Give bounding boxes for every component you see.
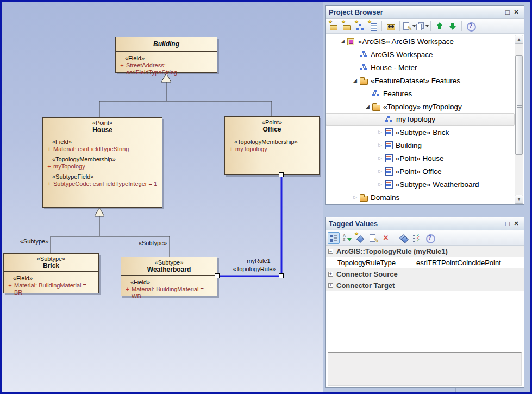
connector-endpoint-handle[interactable] xyxy=(215,273,220,278)
tag-name: TopologyRuleType xyxy=(326,259,412,267)
collapsed-arrow-icon[interactable]: ▷ xyxy=(351,195,359,200)
attribute-text: Material: esriFieldTypeString xyxy=(53,146,129,153)
collapsed-arrow-icon[interactable]: ▷ xyxy=(376,129,384,135)
attribute-group: «Field»+Material: BuildingMaterial = WB xyxy=(123,279,215,300)
toolbar-separator xyxy=(461,21,462,31)
expand-box-icon[interactable]: + xyxy=(328,272,333,277)
tree-item-features[interactable]: Features xyxy=(326,87,515,100)
new-element-button[interactable] xyxy=(367,20,379,32)
panel-title: Tagged Values xyxy=(329,220,503,228)
help-button[interactable] xyxy=(465,20,477,32)
attribute-line: +Material: esriFieldTypeString xyxy=(45,146,160,153)
tag-group-arcgis-topologyrule-myrule1[interactable]: −ArcGIS::TopologyRule (myRule1) xyxy=(326,246,524,257)
sort-az-button[interactable] xyxy=(341,232,353,244)
class-title: Building xyxy=(116,37,217,52)
tree-item-building[interactable]: ▷Building xyxy=(326,139,515,152)
class-box-building[interactable]: Building«Field»+StreetAddress: esriField… xyxy=(115,37,217,73)
attribute-stereotype: «Field» xyxy=(45,139,160,146)
collapsed-arrow-icon[interactable]: ▷ xyxy=(376,168,384,174)
tag-group-connector-source[interactable]: +Connector Source xyxy=(326,268,524,280)
attribute-group: «TopologyMembership»+myTopology xyxy=(227,139,317,153)
tree-item-point-house[interactable]: ▷«Point» House xyxy=(326,152,515,165)
tag-row-topologyruletype[interactable]: TopologyRuleTypeesriTRTPointCoincidePoin… xyxy=(326,257,524,268)
attribute-line: +Material: BuildingMaterial = BR xyxy=(6,282,96,296)
tree-item-subtype-weatherboard[interactable]: ▷«Subtype» Weatherboard xyxy=(326,178,515,191)
move-up-button[interactable] xyxy=(434,20,446,32)
class-box-office[interactable]: «Point»Office«TopologyMembership»+myTopo… xyxy=(224,116,320,175)
expanded-arrow-icon[interactable]: ◢ xyxy=(339,39,347,44)
tree-item-label: Building xyxy=(393,141,422,149)
collapsed-arrow-icon[interactable]: ▷ xyxy=(376,142,384,148)
move-down-icon xyxy=(448,22,457,30)
collapse-box-icon[interactable]: − xyxy=(328,249,333,254)
class-stereotype: «Subtype» xyxy=(155,259,184,266)
expand-box-icon[interactable]: + xyxy=(328,283,333,288)
checklist-button[interactable] xyxy=(411,232,423,244)
tree-item-arcgis-workspace[interactable]: ArcGIS Workspace xyxy=(326,48,515,61)
connector-bend-handle[interactable] xyxy=(279,273,284,278)
tagged-values-grid: −ArcGIS::TopologyRule (myRule1)TopologyR… xyxy=(326,246,524,387)
class-box-brick[interactable]: «Subtype»Brick«Field»+Material: Building… xyxy=(3,253,99,293)
new-diagram-button[interactable] xyxy=(354,20,366,32)
dropdown-caret-icon[interactable] xyxy=(425,25,429,27)
expanded-arrow-icon[interactable]: ◢ xyxy=(351,78,359,83)
tag-group-connector-target[interactable]: +Connector Target xyxy=(326,280,524,291)
class-title: «Point»House xyxy=(43,118,162,135)
attribute-text: Material: BuildingMaterial = BR xyxy=(14,282,96,296)
class-icon xyxy=(384,128,393,136)
attribute-text: Material: BuildingMaterial = WB xyxy=(132,286,215,300)
tree-item-label: «Point» Office xyxy=(393,167,442,176)
close-icon[interactable] xyxy=(512,220,521,228)
tree-item-subtype-brick[interactable]: ▷«Subtype» Brick xyxy=(326,126,515,139)
scrollbar-thumb[interactable] xyxy=(515,55,523,155)
tree-item-domains[interactable]: ▷Domains xyxy=(326,191,515,204)
tree-item-label: Features xyxy=(381,90,412,98)
tree-item-house-meter[interactable]: House - Meter xyxy=(326,61,515,74)
move-down-button[interactable] xyxy=(447,20,459,32)
tags-button[interactable] xyxy=(398,232,410,244)
toolbar-separator xyxy=(430,21,431,31)
tree-item-point-office[interactable]: ▷«Point» Office xyxy=(326,165,515,178)
copy-documents-button[interactable] xyxy=(416,20,428,32)
new-tag-button[interactable] xyxy=(354,232,366,244)
project-browser-header: Project Browser xyxy=(326,6,524,19)
class-title: «Subtype»Weatherboard xyxy=(121,257,217,276)
diagram-icon xyxy=(372,89,381,98)
new-tag-icon xyxy=(355,234,364,242)
new-model-button[interactable] xyxy=(328,20,340,32)
scroll-down-button[interactable]: ▼ xyxy=(515,195,523,204)
maximize-icon[interactable] xyxy=(503,220,512,228)
grid-column-divider xyxy=(412,291,412,351)
collapsed-arrow-icon[interactable]: ▷ xyxy=(376,155,384,161)
class-title: «Point»Office xyxy=(225,117,319,135)
package-icon xyxy=(347,37,356,46)
maximize-icon[interactable] xyxy=(503,8,512,17)
tree-view-button[interactable] xyxy=(328,232,340,244)
tree-item-featuredataset-features[interactable]: ◢«FeatureDataset» Features xyxy=(326,74,515,87)
close-icon[interactable] xyxy=(512,8,521,17)
help-button[interactable] xyxy=(424,232,436,244)
attribute-stereotype: «TopologyMembership» xyxy=(227,139,317,146)
tree-item-topology-mytopology[interactable]: ◢«Topology» myTopology xyxy=(326,100,515,113)
tree-item-mytopology[interactable]: myTopology xyxy=(326,113,515,126)
new-element-icon xyxy=(368,22,377,30)
scroll-up-button[interactable]: ▲ xyxy=(515,35,523,44)
new-package-button[interactable] xyxy=(341,20,353,32)
delete-tag-button[interactable] xyxy=(380,232,392,244)
folder-icon xyxy=(359,76,368,85)
connector-endpoint-handle[interactable] xyxy=(279,172,284,177)
edit-tag-button[interactable] xyxy=(367,232,379,244)
collapsed-arrow-icon[interactable]: ▷ xyxy=(376,182,384,187)
application-window: Building«Field»+StreetAddress: esriField… xyxy=(0,0,532,394)
project-tree-container: ◢«ArcGIS» ArcGIS WorkspaceArcGIS Workspa… xyxy=(326,34,524,204)
expanded-arrow-icon[interactable]: ◢ xyxy=(364,104,372,109)
tag-value[interactable]: esriTRTPointCoincidePoint xyxy=(412,257,524,268)
class-box-weatherboard[interactable]: «Subtype»Weatherboard«Field»+Material: B… xyxy=(121,257,217,296)
tree-scrollbar[interactable]: ▲ ▼ xyxy=(515,35,523,204)
class-icon xyxy=(384,141,393,149)
find-in-browser-button[interactable] xyxy=(385,20,397,32)
tag-notes-box[interactable] xyxy=(328,352,522,386)
class-box-house[interactable]: «Point»House«Field»+Material: esriFieldT… xyxy=(42,117,162,208)
edit-document-button[interactable] xyxy=(403,20,415,32)
tree-item-arcgis-arcgis-workspace[interactable]: ◢«ArcGIS» ArcGIS Workspace xyxy=(326,35,515,48)
